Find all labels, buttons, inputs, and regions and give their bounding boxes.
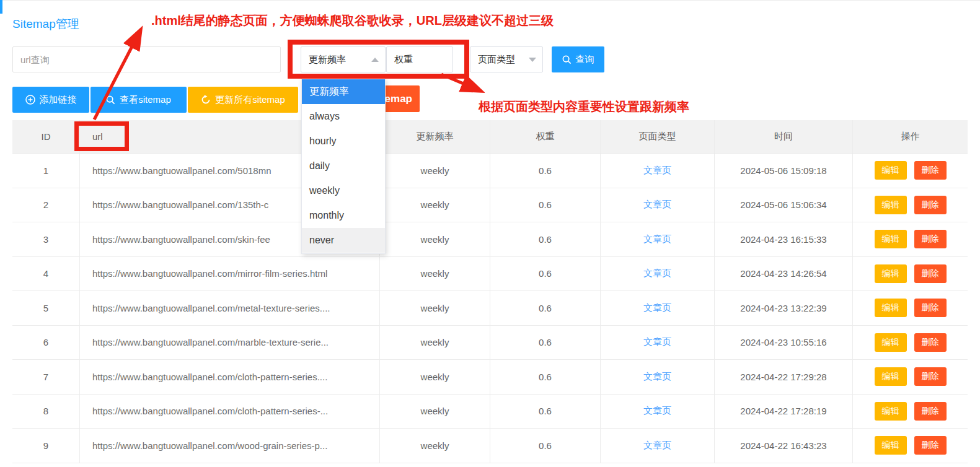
caret-up-icon	[371, 58, 379, 62]
row-frequency-cell: weekly	[379, 222, 490, 256]
row-frequency-cell: weekly	[379, 188, 490, 222]
row-url-cell: https://www.bangtuowallpanel.com/mirror-…	[79, 257, 379, 291]
title-accent-bar	[0, 0, 2, 14]
row-url-cell: https://www.bangtuowallpanel.com/wood-gr…	[79, 429, 379, 463]
annotation-top: .html结尾的静态页面，方便蜘蛛爬取谷歌收录，URL层级建议不超过三级	[151, 12, 554, 29]
row-id-cell: 8	[12, 395, 79, 429]
row-id-cell: 5	[12, 291, 79, 325]
table-row: 4https://www.bangtuowallpanel.com/mirror…	[12, 257, 968, 292]
column-header: 页面类型	[600, 120, 714, 153]
page-type-link[interactable]: 文章页	[643, 302, 671, 314]
refresh-icon	[201, 95, 211, 105]
page-title: Sitemap管理	[12, 16, 79, 32]
table-header-row: IDurl更新频率权重页面类型时间操作	[12, 120, 968, 154]
column-header: 更新频率	[379, 120, 490, 153]
row-time-cell: 2024-04-23 10:55:16	[714, 326, 852, 360]
page-type-link[interactable]: 文章页	[643, 371, 671, 383]
row-time-cell: 2024-05-06 15:06:34	[714, 188, 852, 222]
edit-button[interactable]: 编辑	[875, 299, 907, 317]
row-pagetype-cell: 文章页	[600, 395, 714, 429]
row-frequency-cell: weekly	[379, 360, 490, 394]
delete-button[interactable]: 删除	[914, 333, 947, 352]
page-type-select[interactable]: 页面类型	[470, 46, 543, 72]
search-icon	[562, 55, 572, 64]
row-frequency-cell: weekly	[379, 326, 490, 360]
dropdown-option[interactable]: hourly	[302, 129, 385, 154]
top-divider	[0, 0, 980, 1]
table-row: 7https://www.bangtuowallpanel.com/cloth-…	[12, 360, 968, 395]
row-actions-cell: 编辑删除	[852, 291, 968, 325]
edit-button[interactable]: 编辑	[875, 230, 907, 248]
row-frequency-cell: weekly	[379, 395, 490, 429]
delete-button[interactable]: 删除	[914, 299, 947, 317]
row-actions-cell: 编辑删除	[852, 395, 968, 429]
page-type-link[interactable]: 文章页	[643, 268, 671, 279]
row-pagetype-cell: 文章页	[600, 429, 714, 463]
dropdown-option[interactable]: daily	[302, 154, 385, 178]
row-frequency-cell: weekly	[379, 154, 490, 188]
dropdown-option[interactable]: always	[302, 104, 385, 129]
table-row: 8https://www.bangtuowallpanel.com/cloth-…	[12, 395, 968, 429]
query-button[interactable]: 查询	[552, 46, 604, 72]
edit-button[interactable]: 编辑	[875, 161, 907, 180]
edit-button[interactable]: 编辑	[875, 436, 907, 455]
magnifier-icon	[106, 95, 115, 105]
row-time-cell: 2024-04-22 17:28:19	[714, 395, 852, 429]
row-url-cell: https://www.bangtuowallpanel.com/cloth-p…	[79, 360, 379, 394]
row-weight-cell: 0.6	[490, 291, 600, 325]
row-url-cell: https://www.bangtuowallpanel.com/cloth-p…	[79, 395, 379, 429]
edit-button[interactable]: 编辑	[875, 402, 907, 421]
edit-button[interactable]: 编辑	[875, 333, 907, 352]
table-row: 6https://www.bangtuowallpanel.com/marble…	[12, 326, 968, 360]
page-type-link[interactable]: 文章页	[643, 336, 671, 348]
delete-button[interactable]: 删除	[914, 367, 947, 386]
page-type-link[interactable]: 文章页	[643, 165, 671, 177]
weight-select[interactable]: 权重	[386, 46, 453, 72]
row-actions-cell: 编辑删除	[852, 257, 968, 291]
frequency-select[interactable]: 更新频率	[301, 46, 386, 72]
row-id-cell: 2	[12, 188, 79, 222]
dropdown-option[interactable]: never	[302, 228, 385, 253]
dropdown-option[interactable]: 更新频率	[302, 79, 385, 104]
update-all-sitemap-button[interactable]: 更新所有sitemap	[188, 87, 298, 113]
delete-button[interactable]: 删除	[914, 230, 947, 248]
edit-button[interactable]: 编辑	[875, 367, 907, 386]
page-type-link[interactable]: 文章页	[643, 440, 671, 452]
delete-button[interactable]: 删除	[914, 196, 947, 214]
table-body: 1https://www.bangtuowallpanel.com/5018mn…	[12, 154, 968, 463]
row-url-cell: https://www.bangtuowallpanel.com/marble-…	[79, 326, 379, 360]
sitemap-table: IDurl更新频率权重页面类型时间操作 1https://www.bangtuo…	[12, 120, 968, 463]
url-search-input[interactable]	[12, 46, 281, 72]
row-time-cell: 2024-04-23 13:22:39	[714, 291, 852, 325]
row-actions-cell: 编辑删除	[852, 222, 968, 256]
delete-button[interactable]: 删除	[914, 402, 947, 421]
dropdown-option[interactable]: monthly	[302, 203, 385, 228]
row-id-cell: 9	[12, 429, 79, 463]
page-type-link[interactable]: 文章页	[643, 199, 671, 211]
edit-button[interactable]: 编辑	[875, 196, 907, 214]
row-id-cell: 7	[12, 360, 79, 394]
plus-circle-icon	[25, 95, 35, 105]
view-sitemap-button[interactable]: 查看sitemap	[90, 87, 187, 113]
row-actions-cell: 编辑删除	[852, 326, 968, 360]
row-time-cell: 2024-05-06 15:09:18	[714, 154, 852, 188]
row-time-cell: 2024-04-23 16:15:33	[714, 222, 852, 256]
column-header: ID	[12, 120, 79, 153]
delete-button[interactable]: 删除	[914, 436, 947, 455]
row-pagetype-cell: 文章页	[600, 360, 714, 394]
frequency-dropdown-panel: 更新频率alwayshourlydailyweeklymonthlynever	[301, 78, 386, 254]
row-weight-cell: 0.6	[490, 326, 600, 360]
page-type-link[interactable]: 文章页	[643, 405, 671, 417]
row-time-cell: 2024-04-22 16:43:23	[714, 429, 852, 463]
row-pagetype-cell: 文章页	[600, 291, 714, 325]
delete-button[interactable]: 删除	[914, 161, 947, 180]
caret-down-icon	[529, 58, 536, 62]
dropdown-option[interactable]: weekly	[302, 178, 385, 203]
delete-button[interactable]: 删除	[914, 264, 947, 283]
row-weight-cell: 0.6	[490, 360, 600, 394]
row-actions-cell: 编辑删除	[852, 429, 968, 463]
page-type-link[interactable]: 文章页	[643, 234, 671, 245]
add-link-button[interactable]: 添加链接	[12, 87, 89, 113]
annotation-right: 根据页面类型内容重要性设置跟新频率	[479, 98, 689, 115]
edit-button[interactable]: 编辑	[875, 264, 907, 283]
